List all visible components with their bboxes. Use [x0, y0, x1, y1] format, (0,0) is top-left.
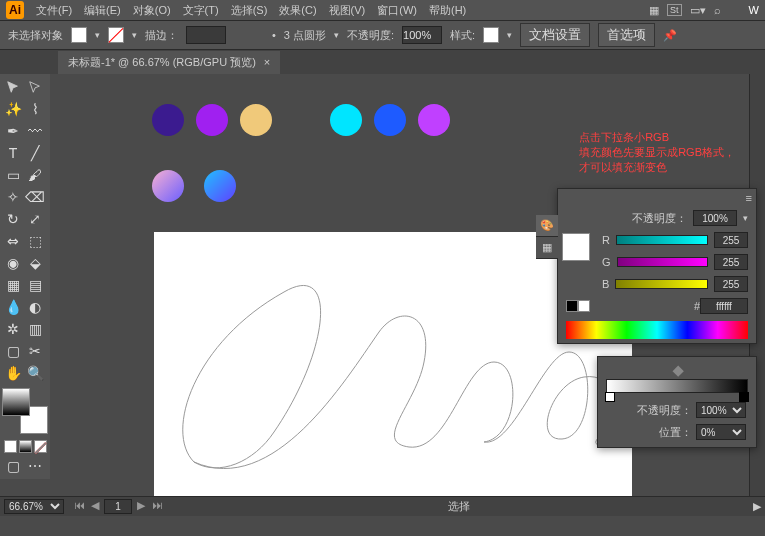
toolbox: ✨ ⌇ ✒ 〰 T ╱ ▭ 🖌 ✧ ⌫ ↻ ⤢ ⇔ ⬚ ◉ ⬙ ▦ ▤ 💧 ◐ … — [0, 74, 50, 479]
app-logo: Ai — [6, 1, 24, 19]
r-slider[interactable] — [616, 235, 708, 245]
stroke-weight-input[interactable] — [186, 26, 226, 44]
menu-file[interactable]: 文件(F) — [36, 3, 72, 18]
b-slider[interactable] — [615, 279, 708, 289]
eyedropper-tool[interactable]: 💧 — [2, 296, 24, 318]
line-tool[interactable]: ╱ — [24, 142, 46, 164]
gradient-tool[interactable]: ▤ — [24, 274, 46, 296]
fill-color[interactable] — [2, 388, 30, 416]
swatch-circle[interactable] — [418, 104, 450, 136]
gradient-mode[interactable] — [19, 440, 32, 453]
menu-effect[interactable]: 效果(C) — [279, 3, 316, 18]
menu-view[interactable]: 视图(V) — [329, 3, 366, 18]
gradient-midpoint[interactable] — [673, 366, 684, 377]
curvature-tool[interactable]: 〰 — [24, 120, 46, 142]
selection-tool[interactable] — [2, 76, 24, 98]
grad-opacity-select[interactable]: 100% — [696, 402, 746, 418]
blend-tool[interactable]: ◐ — [24, 296, 46, 318]
direct-selection-tool[interactable] — [24, 76, 46, 98]
gradient-bar[interactable] — [606, 379, 748, 393]
layout-icon[interactable]: ▦ — [649, 4, 659, 17]
slice-tool[interactable]: ✂ — [24, 340, 46, 362]
artboard-tool[interactable]: ▢ — [2, 340, 24, 362]
next-icon[interactable]: ▶ — [134, 499, 148, 514]
rotate-tool[interactable]: ↻ — [2, 208, 24, 230]
menu-window[interactable]: 窗口(W) — [377, 3, 417, 18]
width-tool[interactable]: ⇔ — [2, 230, 24, 252]
artboard-number-input[interactable] — [104, 499, 132, 514]
prefs-button[interactable]: 首选项 — [598, 23, 655, 47]
symbol-sprayer-tool[interactable]: ✲ — [2, 318, 24, 340]
close-icon[interactable]: × — [264, 56, 270, 68]
gradient-stop-left[interactable] — [605, 392, 615, 402]
swatch-circle[interactable] — [152, 104, 184, 136]
current-color-swatch[interactable] — [562, 233, 590, 261]
menu-edit[interactable]: 编辑(E) — [84, 3, 121, 18]
document-tabs: 未标题-1* @ 66.67% (RGB/GPU 预览) × — [0, 50, 765, 74]
doc-setup-button[interactable]: 文档设置 — [520, 23, 590, 47]
hand-tool[interactable]: ✋ — [2, 362, 24, 384]
first-icon[interactable]: ⏮ — [72, 499, 86, 514]
g-input[interactable] — [714, 254, 748, 270]
st-icon[interactable]: St — [667, 4, 682, 16]
style-swatch[interactable] — [483, 27, 499, 43]
swatch-circle[interactable] — [374, 104, 406, 136]
menu-type[interactable]: 文字(T) — [183, 3, 219, 18]
g-slider[interactable] — [617, 257, 708, 267]
document-tab[interactable]: 未标题-1* @ 66.67% (RGB/GPU 预览) × — [58, 51, 280, 74]
panel-menu-icon[interactable]: ≡ — [746, 192, 752, 204]
opacity-label: 不透明度： — [632, 211, 687, 226]
swatch-circle[interactable] — [240, 104, 272, 136]
gradient-stop-right[interactable] — [739, 392, 749, 402]
rectangle-tool[interactable]: ▭ — [2, 164, 24, 186]
dropdown-icon[interactable]: ▾ — [743, 213, 748, 223]
edit-toolbar[interactable]: ⋯ — [24, 455, 46, 477]
arrange-icon[interactable]: ▭▾ — [690, 4, 706, 17]
b-input[interactable] — [714, 276, 748, 292]
mesh-tool[interactable]: ▦ — [2, 274, 24, 296]
swatches-tab-icon[interactable]: ▦ — [536, 237, 558, 259]
swatch-circle[interactable] — [196, 104, 228, 136]
shaper-tool[interactable]: ✧ — [2, 186, 24, 208]
color-tab-icon[interactable]: 🎨 — [536, 215, 558, 237]
menu-help[interactable]: 帮助(H) — [429, 3, 466, 18]
eraser-tool[interactable]: ⌫ — [24, 186, 46, 208]
zoom-tool[interactable]: 🔍 — [24, 362, 46, 384]
stroke-swatch[interactable] — [108, 27, 124, 43]
shape-builder-tool[interactable]: ◉ — [2, 252, 24, 274]
perspective-tool[interactable]: ⬙ — [24, 252, 46, 274]
type-tool[interactable]: T — [2, 142, 24, 164]
swatch-circle[interactable] — [330, 104, 362, 136]
hex-input[interactable] — [700, 298, 748, 314]
prev-icon[interactable]: ◀ — [88, 499, 102, 514]
fill-stroke-control[interactable] — [2, 388, 48, 434]
swatch-circle[interactable] — [152, 170, 184, 202]
grad-position-select[interactable]: 0% — [696, 424, 746, 440]
screen-mode[interactable]: ▢ — [2, 455, 24, 477]
pen-tool[interactable]: ✒ — [2, 120, 24, 142]
scroll-right-icon[interactable]: ▶ — [753, 500, 761, 513]
last-icon[interactable]: ⏭ — [150, 499, 164, 514]
swatch-circle[interactable] — [204, 170, 236, 202]
lasso-tool[interactable]: ⌇ — [24, 98, 46, 120]
r-input[interactable] — [714, 232, 748, 248]
color-mode[interactable] — [4, 440, 17, 453]
search-icon[interactable]: ⌕ — [714, 4, 721, 16]
pin-icon[interactable]: 📌 — [663, 29, 677, 42]
black-swatch[interactable] — [566, 300, 578, 312]
panel-opacity-input[interactable] — [693, 210, 737, 226]
magic-wand-tool[interactable]: ✨ — [2, 98, 24, 120]
opacity-input[interactable] — [402, 26, 442, 44]
fill-swatch[interactable] — [71, 27, 87, 43]
graph-tool[interactable]: ▥ — [24, 318, 46, 340]
zoom-select[interactable]: 66.67% — [4, 499, 64, 514]
free-transform-tool[interactable]: ⬚ — [24, 230, 46, 252]
paintbrush-tool[interactable]: 🖌 — [24, 164, 46, 186]
brush-preset[interactable]: 3 点圆形 — [284, 28, 326, 43]
none-mode[interactable] — [34, 440, 47, 453]
color-spectrum[interactable] — [566, 321, 748, 339]
menu-object[interactable]: 对象(O) — [133, 3, 171, 18]
scale-tool[interactable]: ⤢ — [24, 208, 46, 230]
menu-select[interactable]: 选择(S) — [231, 3, 268, 18]
white-swatch[interactable] — [578, 300, 590, 312]
